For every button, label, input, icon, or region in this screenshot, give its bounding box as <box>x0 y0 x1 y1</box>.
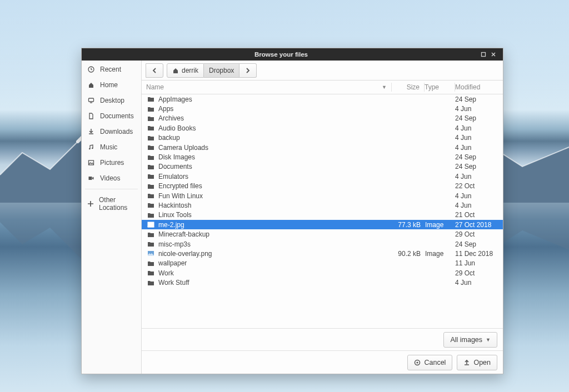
file-row[interactable]: misc-mp3s24 Sep <box>142 239 503 249</box>
file-row[interactable]: Work Stuff4 Jun <box>142 278 503 287</box>
file-row[interactable]: Encrypted files22 Oct <box>142 182 503 191</box>
pictures-icon <box>87 159 95 166</box>
column-header-size[interactable]: Size <box>392 83 424 91</box>
path-forward-button[interactable] <box>239 63 257 78</box>
file-row[interactable]: Minecraft-backup29 Oct <box>142 229 503 239</box>
svg-point-10 <box>417 361 418 363</box>
path-segment-label: Dropbox <box>209 67 234 74</box>
folder-icon <box>146 173 155 180</box>
file-modified: 24 Sep <box>455 153 503 161</box>
file-row[interactable]: backup4 Jun <box>142 133 503 143</box>
column-header-modified[interactable]: Modified <box>455 83 503 91</box>
file-row[interactable]: Fun With Linux4 Jun <box>142 191 503 200</box>
sidebar-item-label: Videos <box>100 174 120 182</box>
file-row[interactable]: Emulators4 Jun <box>142 172 503 181</box>
file-modified: 27 Oct 2018 <box>455 221 503 229</box>
file-name: Work Stuff <box>155 279 393 287</box>
filter-bar: All images ▼ <box>142 328 503 350</box>
sidebar-item-pictures[interactable]: Pictures <box>82 155 141 170</box>
file-row[interactable]: Archives24 Sep <box>142 114 503 123</box>
folder-icon <box>146 124 155 132</box>
upload-icon <box>463 359 470 366</box>
file-row[interactable]: Linux Tools21 Oct <box>142 210 503 220</box>
file-name: AppImages <box>155 96 393 103</box>
file-row[interactable]: Apps4 Jun <box>142 104 503 113</box>
document-icon <box>87 113 95 119</box>
file-row[interactable]: Hackintosh4 Jun <box>142 200 503 210</box>
path-back-button[interactable] <box>146 63 163 78</box>
file-row[interactable]: Work29 Oct <box>142 268 503 278</box>
sidebar-item-downloads[interactable]: Downloads <box>82 124 141 139</box>
sidebar-separator <box>85 189 138 189</box>
file-name: Documents <box>155 163 393 170</box>
file-modified: 24 Sep <box>455 114 503 122</box>
svg-rect-6 <box>89 177 92 180</box>
sidebar-item-label: Documents <box>100 112 134 120</box>
sidebar-item-music[interactable]: Music <box>82 139 141 155</box>
file-type-filter[interactable]: All images ▼ <box>443 332 497 348</box>
sidebar-item-recent[interactable]: Recent <box>82 62 141 77</box>
file-modified: 29 Oct <box>455 269 503 277</box>
folder-icon <box>146 212 155 219</box>
file-name: me-2.jpg <box>155 221 393 229</box>
music-icon <box>87 144 95 150</box>
path-segment-current[interactable]: Dropbox <box>204 63 239 78</box>
file-row[interactable]: Documents24 Sep <box>142 162 503 172</box>
sidebar-item-desktop[interactable]: Desktop <box>82 93 141 108</box>
file-name: Hackintosh <box>155 202 393 209</box>
file-chooser-dialog: Browse your files RecentHomeDesktopDocum… <box>81 48 503 374</box>
action-bar: Cancel Open <box>142 350 503 374</box>
folder-icon <box>146 231 155 238</box>
open-button[interactable]: Open <box>457 355 497 370</box>
svg-rect-2 <box>89 98 94 102</box>
home-icon <box>87 82 95 88</box>
file-modified: 4 Jun <box>455 124 503 132</box>
file-list[interactable]: AppImages24 SepApps4 JunArchives24 SepAu… <box>142 94 503 328</box>
file-name: wallpaper <box>155 259 393 267</box>
sidebar-item-videos[interactable]: Videos <box>82 170 141 186</box>
file-modified: 4 Jun <box>455 279 503 287</box>
file-row[interactable]: Camera Uploads4 Jun <box>142 143 503 152</box>
home-icon <box>172 67 179 74</box>
file-modified: 11 Dec 2018 <box>455 250 503 258</box>
folder-icon <box>146 269 155 277</box>
file-row[interactable]: wallpaper11 Jun <box>142 259 503 268</box>
file-modified: 29 Oct <box>455 230 503 238</box>
sidebar-item-home[interactable]: Home <box>82 77 141 93</box>
folder-icon <box>146 183 155 190</box>
cancel-button[interactable]: Cancel <box>407 355 452 370</box>
column-header-name[interactable]: Name ▼ <box>142 83 391 91</box>
sidebar-item-label: Downloads <box>100 128 133 135</box>
sidebar-item-other-locations[interactable]: Other Locations <box>82 192 141 215</box>
cancel-icon <box>414 359 421 366</box>
chevron-right-icon <box>244 67 251 74</box>
file-name: Work <box>155 269 393 277</box>
filter-label: All images <box>450 336 482 344</box>
path-segment-label: derrik <box>182 67 198 74</box>
column-header-type[interactable]: Type <box>425 83 455 91</box>
file-row[interactable]: Disk Images24 Sep <box>142 152 503 162</box>
file-row[interactable]: nicole-overlay.png90.2 kBImage11 Dec 201… <box>142 249 503 258</box>
close-button[interactable] <box>491 52 501 57</box>
clock-icon <box>87 66 95 73</box>
download-icon <box>87 128 95 135</box>
folder-icon <box>146 105 155 113</box>
desktop-icon <box>87 97 95 104</box>
file-name: Camera Uploads <box>155 144 393 152</box>
folder-icon <box>146 163 155 170</box>
maximize-button[interactable] <box>481 52 491 57</box>
path-segment-home[interactable]: derrik <box>167 63 204 78</box>
file-row[interactable]: Audio Books4 Jun <box>142 123 503 133</box>
sidebar-item-documents[interactable]: Documents <box>82 108 141 124</box>
file-modified: 4 Jun <box>455 202 503 209</box>
sidebar-item-label: Desktop <box>100 97 124 104</box>
window-title: Browse your files <box>82 51 481 58</box>
file-row[interactable]: me-2.jpg77.3 kBImage27 Oct 2018 <box>142 220 503 229</box>
file-type: Image <box>425 250 455 258</box>
file-name: Archives <box>155 114 393 122</box>
folder-icon <box>146 134 155 142</box>
sidebar-item-label: Recent <box>100 66 121 73</box>
file-size: 77.3 kB <box>393 221 425 229</box>
file-row[interactable]: AppImages24 Sep <box>142 94 503 104</box>
folder-icon <box>146 192 155 199</box>
